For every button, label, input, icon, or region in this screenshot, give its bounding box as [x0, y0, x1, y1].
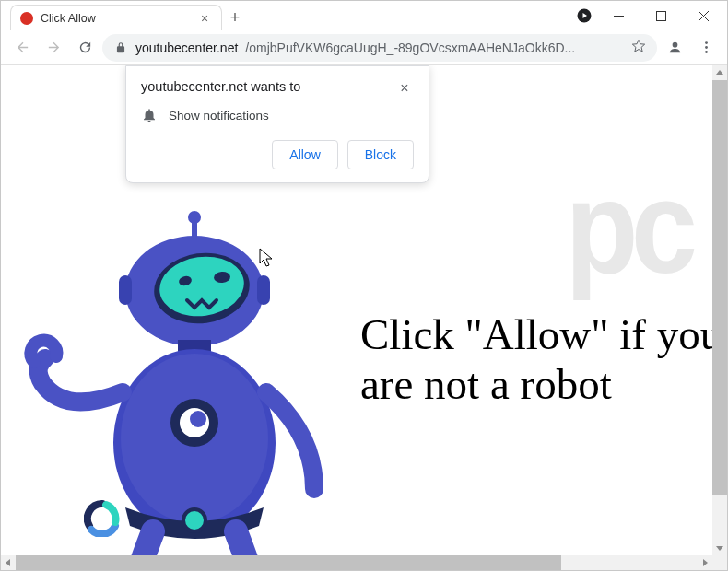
scroll-thumb[interactable] [16, 555, 561, 570]
favicon-icon [20, 12, 33, 25]
bookmark-button[interactable] [631, 39, 646, 56]
scroll-right-icon[interactable] [698, 555, 712, 570]
reload-button[interactable] [71, 34, 99, 62]
profile-icon [667, 40, 683, 55]
permission-label: Show notifications [169, 109, 269, 122]
minimize-button[interactable] [598, 2, 639, 29]
menu-button[interactable] [692, 34, 720, 62]
bell-icon [141, 107, 158, 123]
page-headline: Click "Allow" if you are not a robot [360, 309, 727, 409]
forward-button[interactable] [40, 34, 67, 62]
toolbar: youtubecenter.net/omjbPufVKW6gcaUugH_-89… [1, 30, 727, 65]
active-tab[interactable]: Click Allow × [10, 5, 222, 30]
svg-point-4 [705, 41, 708, 44]
prompt-actions: Allow Block [141, 140, 414, 169]
content-area: pc [1, 65, 727, 570]
media-playing-icon [576, 7, 593, 24]
close-icon [699, 11, 709, 21]
address-bar[interactable]: youtubecenter.net/omjbPufVKW6gcaUugH_-89… [102, 34, 657, 62]
prompt-origin-text: youtubecenter.net wants to [141, 79, 300, 94]
svg-rect-1 [614, 16, 624, 17]
back-icon [15, 40, 30, 55]
browser-window: Click Allow × + [0, 0, 728, 571]
svg-rect-2 [656, 11, 665, 20]
scroll-thumb[interactable] [712, 80, 727, 495]
window-controls [572, 2, 723, 29]
star-icon [631, 39, 646, 53]
menu-icon [699, 40, 714, 55]
profile-button[interactable] [661, 34, 688, 62]
svg-rect-15 [257, 275, 270, 305]
titlebar: Click Allow × + [1, 1, 727, 30]
prompt-close-button[interactable]: × [395, 79, 414, 98]
tab-strip: Click Allow × + [5, 1, 572, 30]
scroll-down-icon[interactable] [712, 541, 727, 555]
scroll-left-icon[interactable] [1, 555, 16, 570]
maximize-icon [656, 11, 666, 21]
minimize-icon [614, 11, 624, 21]
scroll-corner [712, 555, 727, 570]
reload-icon [77, 40, 93, 55]
scroll-up-icon[interactable] [712, 65, 727, 80]
close-window-button[interactable] [683, 2, 723, 29]
lock-icon[interactable] [113, 41, 128, 55]
close-icon: × [400, 80, 408, 97]
scroll-track[interactable] [712, 80, 727, 541]
svg-point-3 [672, 42, 677, 48]
permission-row: Show notifications [141, 107, 414, 123]
small-logo-icon [84, 500, 121, 541]
close-tab-icon[interactable]: × [197, 11, 212, 26]
url-domain: youtubecenter.net [135, 41, 238, 55]
maximize-button[interactable] [640, 2, 681, 29]
svg-point-5 [705, 46, 708, 49]
svg-point-22 [183, 509, 205, 531]
block-button[interactable]: Block [347, 140, 414, 169]
media-control-button[interactable] [572, 4, 596, 28]
svg-rect-14 [119, 275, 132, 305]
robot-illustration [1, 204, 323, 570]
new-tab-button[interactable]: + [222, 5, 248, 30]
vertical-scrollbar[interactable] [712, 65, 727, 555]
svg-point-21 [190, 411, 206, 427]
allow-button[interactable]: Allow [272, 140, 337, 169]
horizontal-scrollbar[interactable] [1, 555, 712, 570]
plus-icon: + [230, 8, 241, 28]
url-path: /omjbPufVKW6gcaUugH_-89gOVcsxmAAHeNJaOkk… [245, 41, 624, 55]
back-button[interactable] [8, 34, 36, 62]
watermark-text: pc [565, 151, 690, 303]
tab-title: Click Allow [41, 12, 190, 25]
svg-point-6 [705, 51, 708, 53]
permission-prompt: youtubecenter.net wants to × Show notifi… [125, 65, 429, 183]
scroll-track[interactable] [16, 555, 698, 570]
forward-icon [46, 40, 62, 55]
